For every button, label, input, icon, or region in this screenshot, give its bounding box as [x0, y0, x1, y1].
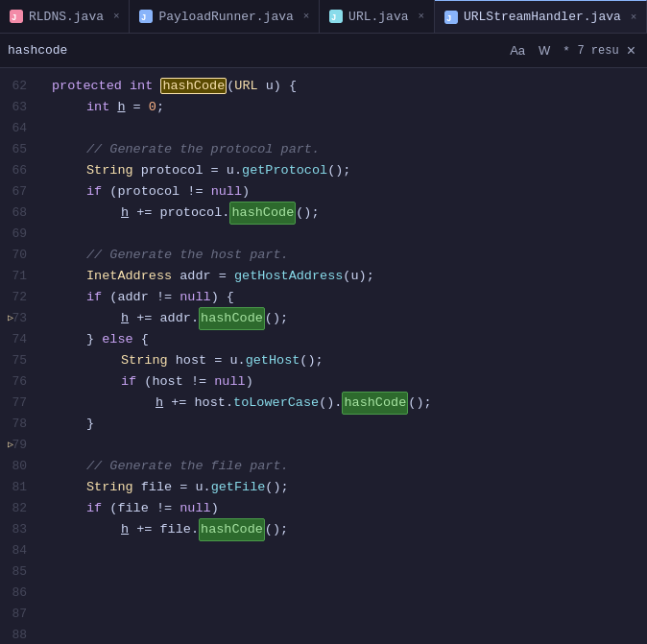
whole-word-button[interactable]: W [534, 41, 555, 60]
tab-urlstreamhandler-label: URLStreamHandler.java [464, 10, 621, 24]
tab-url[interactable]: J URL.java × [320, 0, 435, 33]
svg-text:J: J [446, 14, 451, 24]
line-70: // Generate the host part. [48, 245, 647, 266]
tab-urlstreamhandler-close[interactable]: × [631, 12, 637, 23]
line-62: protected int hashCode(URL u) { [48, 76, 647, 97]
tab-url-label: URL.java [348, 10, 408, 24]
java-file-icon-3: J [329, 10, 343, 23]
line-numbers: 62 63 64 65 66 67 68 69 70 71 72 ▷ 73 74… [0, 76, 48, 644]
gutter-75: 75 [0, 350, 36, 371]
search-results-count: 7 resu [577, 44, 618, 58]
hashcode-match-4: hashCode [342, 392, 408, 415]
gutter-88: 88 [0, 625, 36, 644]
line-72: if (addr != null) { [48, 287, 647, 308]
line-67: if (protocol != null) [48, 181, 647, 203]
java-file-icon: J [10, 10, 23, 23]
svg-text:J: J [141, 13, 146, 23]
line-64 [48, 118, 647, 139]
gutter-74: 74 [0, 329, 36, 350]
svg-text:J: J [12, 13, 16, 23]
match-case-button[interactable]: Aa [505, 41, 530, 60]
line-83: h += file.hashCode(); [48, 519, 647, 540]
search-bar: hashcode Aa W * 7 resu × [0, 34, 647, 68]
gutter-63: 63 [0, 97, 36, 118]
gutter-64: 64 [0, 118, 36, 139]
tab-payloadrunner[interactable]: J PayloadRunner.java × [130, 0, 320, 33]
gutter-81: 81 [0, 477, 36, 498]
line-75: String host = u.getHost(); [48, 350, 647, 371]
tab-rldns-label: RLDNS.java [29, 10, 104, 24]
close-search-button[interactable]: × [623, 42, 639, 60]
line-71: InetAddress addr = getHostAddress(u); [48, 266, 647, 287]
line-79 [48, 435, 647, 456]
gutter-79: ▷ 79 [0, 435, 36, 456]
tab-payloadrunner-label: PayloadRunner.java [158, 10, 293, 24]
gutter-83: 83 [0, 519, 36, 540]
code-content: protected int hashCode(URL u) { int h = … [48, 76, 647, 644]
gutter-86: 86 [0, 583, 36, 604]
gutter-77: 77 [0, 393, 36, 414]
code-area: 62 63 64 65 66 67 68 69 70 71 72 ▷ 73 74… [0, 68, 647, 644]
fold-arrow-73[interactable]: ▷ [8, 308, 13, 329]
gutter-76: 76 [0, 371, 36, 393]
svg-text:J: J [331, 13, 336, 23]
tab-urlstreamhandler[interactable]: J URLStreamHandler.java × [435, 0, 647, 33]
tab-url-close[interactable]: × [419, 11, 425, 22]
gutter-80: 80 [0, 456, 36, 477]
gutter-66: 66 [0, 160, 36, 181]
hashcode-match-2: hashCode [229, 202, 296, 225]
line-80: // Generate the file part. [48, 456, 647, 477]
line-68: h += protocol.hashCode(); [48, 203, 647, 224]
line-76: if (host != null) [48, 371, 647, 393]
hashcode-match-1: hashCode [160, 78, 227, 94]
java-file-icon-2: J [139, 10, 153, 23]
gutter-87: 87 [0, 604, 36, 625]
line-82: if (file != null) [48, 498, 647, 519]
tab-rldns-close[interactable]: × [113, 11, 120, 22]
gutter-65: 65 [0, 139, 36, 160]
gutter-82: 82 [0, 498, 36, 519]
line-78: } [48, 414, 647, 435]
line-69 [48, 224, 647, 245]
line-65: // Generate the protocol part. [48, 139, 647, 160]
hashcode-match-5: hashCode [199, 518, 265, 541]
gutter-68: 68 [0, 203, 36, 224]
line-74: } else { [48, 329, 647, 350]
line-77: h += host.toLowerCase().hashCode(); [48, 393, 647, 414]
line-81: String file = u.getFile(); [48, 477, 647, 498]
gutter-78: 78 [0, 414, 36, 435]
line-66: String protocol = u.getProtocol(); [48, 160, 647, 181]
regex-button[interactable]: * [559, 41, 573, 60]
gutter-71: 71 [0, 266, 36, 287]
fold-arrow-79[interactable]: ▷ [8, 435, 13, 456]
gutter-67: 67 [0, 181, 36, 203]
line-63: int h = 0; [48, 97, 647, 118]
gutter-69: 69 [0, 224, 36, 245]
gutter-72: 72 [0, 287, 36, 308]
gutter-73: ▷ 73 [0, 308, 36, 329]
tab-payloadrunner-close[interactable]: × [303, 11, 310, 22]
search-controls: Aa W * 7 resu × [505, 41, 639, 60]
hashcode-match-3: hashCode [199, 307, 265, 330]
gutter-70: 70 [0, 245, 36, 266]
search-query-label: hashcode [8, 43, 67, 58]
tab-bar: J RLDNS.java × J PayloadRunner.java × J … [0, 0, 647, 34]
tab-rldns[interactable]: J RLDNS.java × [0, 0, 130, 33]
gutter-85: 85 [0, 561, 36, 583]
line-73: h += addr.hashCode(); [48, 308, 647, 329]
editor: 62 63 64 65 66 67 68 69 70 71 72 ▷ 73 74… [0, 68, 647, 644]
gutter-62: 62 [0, 76, 36, 97]
java-file-icon-4: J [444, 11, 458, 24]
gutter-84: 84 [0, 540, 36, 561]
